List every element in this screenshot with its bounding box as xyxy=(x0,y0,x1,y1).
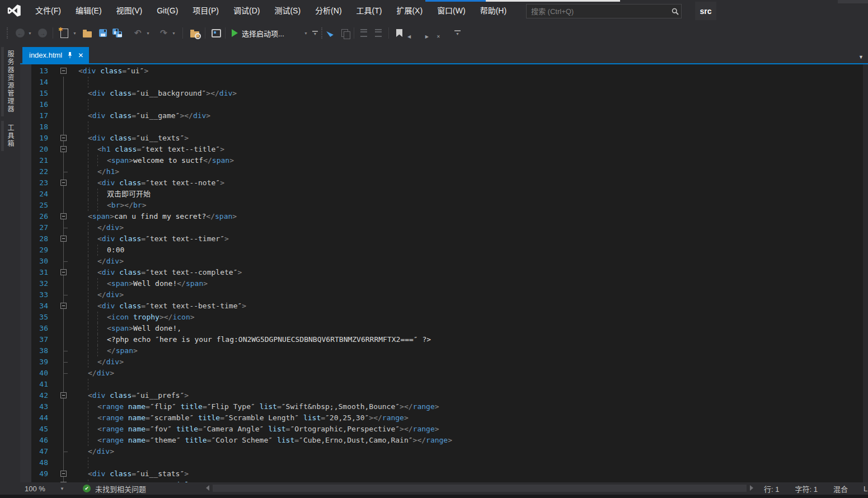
menu-git[interactable]: Git(G) xyxy=(149,0,185,21)
menu-extensions[interactable]: 扩展(X) xyxy=(389,0,430,21)
navigate-back-dropdown[interactable]: ▼ xyxy=(28,21,32,45)
search-icon[interactable] xyxy=(669,8,681,15)
fold-margin xyxy=(56,233,72,245)
toolbar-separator xyxy=(225,27,226,39)
fold-margin xyxy=(56,245,72,256)
open-file-button[interactable] xyxy=(83,21,92,45)
code-line: 39</div> xyxy=(20,356,864,368)
vertical-scrollbar[interactable] xyxy=(863,64,868,482)
fold-margin xyxy=(56,424,72,435)
fold-margin xyxy=(56,457,72,468)
line-number: 42 xyxy=(20,390,56,401)
redo-dropdown[interactable]: ▼ xyxy=(172,21,176,45)
line-number: 16 xyxy=(20,99,56,110)
menu-window[interactable]: 窗口(W) xyxy=(430,0,473,21)
sidebar-item-toolbox[interactable]: 工具箱 xyxy=(6,119,15,153)
zoom-dropdown-icon: ▼ xyxy=(60,486,64,491)
close-tab-icon[interactable]: ✕ xyxy=(78,52,83,59)
menu-file[interactable]: 文件(F) xyxy=(28,0,68,21)
fold-collapse-icon[interactable] xyxy=(60,269,67,275)
fold-collapse-icon[interactable] xyxy=(60,68,67,74)
line-number: 34 xyxy=(20,300,56,312)
fold-collapse-icon[interactable] xyxy=(60,213,67,219)
navigate-forward-button[interactable]: → xyxy=(38,21,47,45)
navigate-back-button[interactable]: ← xyxy=(16,21,25,45)
line-number: 39 xyxy=(20,356,56,368)
find-in-files-button[interactable] xyxy=(190,21,199,45)
menu-help[interactable]: 帮助(H) xyxy=(473,0,514,21)
copy-button[interactable] xyxy=(341,21,348,45)
startup-item-dropdown[interactable]: ▼ xyxy=(304,21,308,45)
new-file-icon: ✱ xyxy=(60,29,68,38)
code-line: 21<span>welcome to suctf</span> xyxy=(20,155,864,166)
code-line: 25<br></br> xyxy=(20,200,864,211)
fold-collapse-icon[interactable] xyxy=(60,180,67,186)
code-line: 24双击即可开始 xyxy=(20,189,864,200)
zoom-level: 100 % xyxy=(25,485,45,493)
code-line: 31<div class=″text text--complete″> xyxy=(20,267,864,278)
code-line: 14 xyxy=(20,77,864,88)
undo-button[interactable]: ↶ xyxy=(134,21,142,45)
pin-icon[interactable] xyxy=(67,51,73,59)
line-number: 18 xyxy=(20,121,56,133)
fold-margin xyxy=(56,300,72,312)
toolbar-overflow-button[interactable]: ▼ xyxy=(454,21,461,45)
redo-button[interactable]: ↷ xyxy=(160,21,167,45)
toolbar-drag-grip[interactable] xyxy=(7,21,10,45)
code-line: 48 xyxy=(20,457,864,468)
fold-collapse-icon[interactable] xyxy=(60,236,67,242)
browser-preview-button[interactable] xyxy=(212,21,221,45)
fold-margin xyxy=(56,189,72,200)
new-file-button[interactable]: ✱ xyxy=(60,21,68,45)
fold-collapse-icon[interactable] xyxy=(60,135,67,141)
hscroll-left-arrow[interactable] xyxy=(206,485,209,491)
tool-window-rail: 服务器资源管理器 工具箱 xyxy=(0,45,20,482)
menu-debug[interactable]: 调试(D) xyxy=(226,0,267,21)
search-input[interactable] xyxy=(527,7,669,16)
start-debug-button[interactable] xyxy=(232,21,238,45)
document-list-dropdown-icon[interactable]: ▼ xyxy=(858,54,864,60)
decrease-indent-button[interactable] xyxy=(360,21,367,45)
debug-target-options-button[interactable]: ▼ xyxy=(312,21,318,45)
health-check-icon: ✔ xyxy=(83,485,91,492)
undo-dropdown[interactable]: ▼ xyxy=(146,21,150,45)
fold-collapse-icon[interactable] xyxy=(60,146,67,152)
save-button[interactable] xyxy=(99,21,107,45)
tab-index-html[interactable]: index.html ✕ xyxy=(22,47,89,63)
fold-margin xyxy=(56,133,72,144)
hscroll-thumb[interactable] xyxy=(213,485,747,492)
select-element-button[interactable] xyxy=(328,21,332,45)
toggle-bookmark-button[interactable] xyxy=(396,21,402,45)
fold-margin xyxy=(56,334,72,345)
document-health-indicator[interactable]: ✔ 未找到相关问题 xyxy=(83,483,146,494)
menu-test[interactable]: 测试(S) xyxy=(267,0,308,21)
sidebar-item-server-explorer[interactable]: 服务器资源管理器 xyxy=(6,45,15,119)
hscroll-right-arrow[interactable] xyxy=(750,485,753,491)
increase-indent-button[interactable] xyxy=(375,21,382,45)
code-editor[interactable]: 13<div class=″ui″>1415<div class=″ui__ba… xyxy=(20,64,864,482)
zoom-selector[interactable]: 100 % ▼ xyxy=(21,483,68,494)
fold-margin xyxy=(56,468,72,480)
menu-edit[interactable]: 编辑(E) xyxy=(68,0,109,21)
fold-collapse-icon[interactable] xyxy=(60,392,67,398)
line-number: 48 xyxy=(20,457,56,468)
menu-tools[interactable]: 工具(T) xyxy=(349,0,390,21)
fold-margin xyxy=(56,99,72,110)
save-all-button[interactable] xyxy=(112,21,123,45)
fold-margin xyxy=(56,323,72,334)
line-number: 49 xyxy=(20,468,56,480)
menu-view[interactable]: 视图(V) xyxy=(109,0,150,21)
fold-collapse-icon[interactable] xyxy=(60,471,67,477)
code-line: 41 xyxy=(20,379,864,390)
src-badge: src xyxy=(695,2,716,20)
startup-item-label[interactable]: 选择启动项... xyxy=(242,21,284,45)
toolbar-drag-grip[interactable] xyxy=(321,21,325,45)
code-line: 46<range name=″theme″ title=″Color Schem… xyxy=(20,435,864,446)
fold-collapse-icon[interactable] xyxy=(60,303,67,309)
new-file-dropdown[interactable]: ▼ xyxy=(73,21,77,45)
code-line: 290:00 xyxy=(20,245,864,256)
menu-analyze[interactable]: 分析(N) xyxy=(308,0,349,21)
menu-project[interactable]: 项目(P) xyxy=(185,0,226,21)
window-bottom-strip xyxy=(0,495,868,498)
code-line: 28<div class=″text text--timer″> xyxy=(20,233,864,245)
